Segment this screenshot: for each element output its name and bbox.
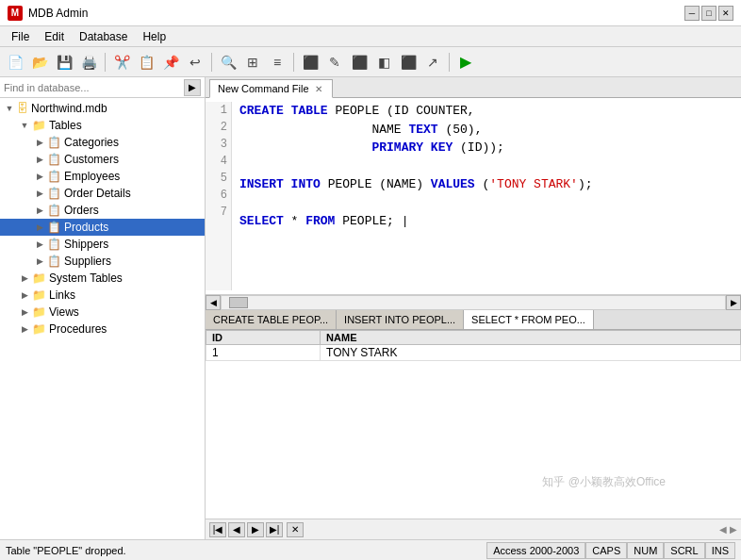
toolbar-sep-3 (293, 53, 294, 72)
tree-item-system-tables[interactable]: ▶ 📁 System Tables (0, 270, 205, 287)
status-bar: Table "PEOPLE" dropped. Access 2000-2003… (0, 539, 741, 560)
menu-edit[interactable]: Edit (37, 28, 72, 45)
scroll-left-btn[interactable]: ◀ (206, 295, 221, 310)
nav-next[interactable]: ▶ (247, 522, 264, 537)
tree-item-categories[interactable]: ▶ 📋 Categories (0, 134, 205, 151)
editor-area[interactable]: 1 2 3 4 5 6 7 CREATE TABLE PEOPLE (ID CO… (206, 98, 741, 294)
tree-label-shippers: Shippers (64, 238, 108, 251)
result-nav: |◀ ◀ ▶ ▶| ✕ ◀ ▶ (206, 519, 741, 539)
nav-prev[interactable]: ◀ (228, 522, 245, 537)
result-tab-insert-label: INSERT INTO PEOPL... (344, 314, 455, 325)
toolbar-sep-1 (105, 53, 106, 72)
tree-item-suppliers[interactable]: ▶ 📋 Suppliers (0, 253, 205, 270)
hscroll-thumb[interactable] (229, 297, 248, 308)
tb-print[interactable]: 🖨️ (77, 51, 100, 74)
nav-last[interactable]: ▶| (266, 522, 283, 537)
cell-name-1: TONY STARK (321, 345, 741, 361)
folder-views-icon: 📁 (32, 305, 46, 319)
tb-paste[interactable]: 📌 (159, 51, 182, 74)
tb-btn9[interactable]: ⬛ (397, 51, 420, 74)
tb-copy[interactable]: 📋 (135, 51, 157, 74)
expander-employees: ▶ (32, 169, 47, 184)
table-suppliers-icon: 📋 (47, 255, 61, 268)
code-content[interactable]: CREATE TABLE PEOPLE (ID COUNTER, NAME TE… (232, 102, 741, 290)
result-tab-select-label: SELECT * FROM PEO... (471, 314, 585, 325)
tree-label-views: Views (49, 305, 79, 319)
nav-delete[interactable]: ✕ (287, 522, 304, 537)
tree-item-orders[interactable]: ▶ 📋 Orders (0, 202, 205, 219)
expander-system-tables: ▶ (17, 271, 32, 286)
tree-label-categories: Categories (64, 136, 119, 149)
tree-label-procedures: Procedures (49, 322, 107, 336)
search-button[interactable]: ▶ (184, 79, 201, 96)
menu-bar: File Edit Database Help (0, 26, 741, 47)
editor-scrollbar[interactable]: ◀ ▶ (206, 294, 741, 309)
menu-file[interactable]: File (4, 28, 37, 45)
table-categories-icon: 📋 (47, 136, 61, 149)
expander-tables: ▼ (17, 118, 32, 133)
tb-btn6[interactable]: ✎ (323, 51, 346, 74)
expander-northwind: ▼ (2, 101, 17, 116)
minimize-button[interactable]: ─ (684, 6, 700, 21)
result-grid: ID NAME 1 TONY STARK 知乎 @小颖教高效Office (206, 330, 741, 519)
search-input[interactable] (4, 82, 184, 93)
tree-item-northwind[interactable]: ▼ 🗄 Northwind.mdb (0, 100, 205, 117)
sidebar: ▶ ▼ 🗄 Northwind.mdb ▼ 📁 Tables ▶ 📋 Categ… (0, 77, 206, 539)
expander-procedures: ▶ (17, 321, 32, 337)
folder-system-icon: 📁 (32, 272, 46, 285)
search-bar: ▶ (0, 77, 205, 98)
tree-item-employees[interactable]: ▶ 📋 Employees (0, 168, 205, 185)
tb-btn7[interactable]: ⬛ (348, 51, 370, 74)
menu-database[interactable]: Database (72, 28, 135, 45)
tree-item-tables[interactable]: ▼ 📁 Tables (0, 117, 205, 134)
result-tab-select[interactable]: SELECT * FROM PEO... (464, 310, 594, 329)
nav-first[interactable]: |◀ (209, 522, 226, 537)
tb-save[interactable]: 💾 (53, 51, 75, 74)
tree-label-products: Products (64, 221, 108, 234)
scroll-right-btn[interactable]: ▶ (726, 295, 741, 310)
tb-undo[interactable]: ↩ (184, 51, 206, 74)
result-tab-create[interactable]: CREATE TABLE PEOP... (206, 310, 337, 329)
tb-query1[interactable]: ⊞ (241, 51, 264, 74)
tab-close-button[interactable]: ✕ (313, 83, 324, 94)
tree-item-shippers[interactable]: ▶ 📋 Shippers (0, 236, 205, 253)
tb-new[interactable]: 📄 (4, 51, 26, 74)
tb-open[interactable]: 📂 (28, 51, 51, 74)
menu-help[interactable]: Help (135, 28, 173, 45)
hscroll-track[interactable] (221, 295, 726, 310)
tree-item-views[interactable]: ▶ 📁 Views (0, 304, 205, 321)
table-customers-icon: 📋 (47, 153, 61, 166)
toolbar-sep-4 (449, 53, 450, 72)
tb-query2[interactable]: ≡ (266, 51, 288, 74)
line-numbers: 1 2 3 4 5 6 7 (206, 102, 232, 290)
expander-order-details: ▶ (32, 186, 47, 201)
tree-label-links: Links (49, 288, 75, 302)
folder-procedures-icon: 📁 (32, 322, 46, 336)
tb-btn8[interactable]: ◧ (372, 51, 395, 74)
expander-products: ▶ (32, 220, 47, 235)
status-scrl: SCRL (664, 542, 704, 559)
watermark: 知乎 @小颖教高效Office (542, 474, 666, 490)
maximize-button[interactable]: □ (701, 6, 716, 21)
result-tab-create-label: CREATE TABLE PEOP... (213, 314, 328, 325)
result-tab-bar: CREATE TABLE PEOP... INSERT INTO PEOPL..… (206, 309, 741, 330)
title-bar: M MDB Admin ─ □ ✕ (0, 0, 741, 26)
tree-item-links[interactable]: ▶ 📁 Links (0, 287, 205, 304)
tab-new-command[interactable]: New Command File ✕ (209, 79, 333, 98)
tb-cut[interactable]: ✂️ (110, 51, 133, 74)
tb-run[interactable]: ▶ (454, 51, 477, 74)
tb-btn10[interactable]: ↗ (421, 51, 444, 74)
close-button[interactable]: ✕ (718, 6, 733, 21)
content-area: New Command File ✕ 1 2 3 4 5 6 7 CREATE … (206, 77, 741, 539)
app-icon: M (8, 6, 23, 21)
result-tab-insert[interactable]: INSERT INTO PEOPL... (337, 310, 464, 329)
tree-item-order-details[interactable]: ▶ 📋 Order Details (0, 185, 205, 202)
tree-label-customers: Customers (64, 153, 119, 166)
tree-item-products[interactable]: ▶ 📋 Products (0, 219, 205, 236)
grid-table: ID NAME 1 TONY STARK (206, 330, 741, 361)
tree-item-customers[interactable]: ▶ 📋 Customers (0, 151, 205, 168)
tb-find[interactable]: 🔍 (217, 51, 239, 74)
table-row: 1 TONY STARK (206, 345, 741, 361)
tb-btn5[interactable]: ⬛ (299, 51, 321, 74)
tree-item-procedures[interactable]: ▶ 📁 Procedures (0, 321, 205, 338)
